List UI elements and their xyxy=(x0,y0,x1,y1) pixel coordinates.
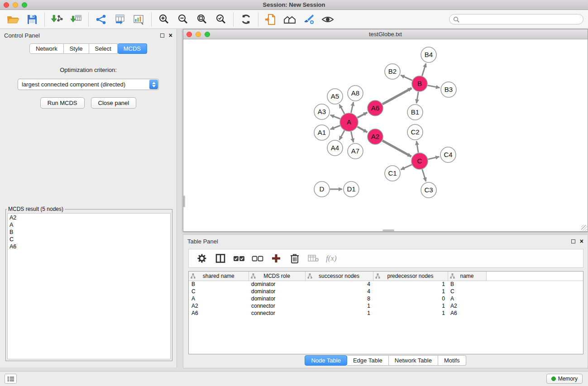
graph-node-D1[interactable]: D1 xyxy=(344,181,359,197)
result-item[interactable]: B xyxy=(10,229,168,236)
show-all-button[interactable] xyxy=(280,11,299,28)
network-zoom-traffic-light[interactable] xyxy=(205,32,210,37)
graph-edge-B-B4[interactable] xyxy=(422,63,426,76)
graph-node-C2[interactable]: C2 xyxy=(407,124,423,140)
table-row[interactable]: Bdominator41B xyxy=(189,281,583,288)
cell[interactable]: connector xyxy=(249,302,305,310)
graph-node-C1[interactable]: C1 xyxy=(385,166,400,181)
cell[interactable]: 1 xyxy=(373,281,448,288)
task-history-button[interactable] xyxy=(5,374,17,384)
cell[interactable]: A6 xyxy=(448,310,486,317)
tab-network-table[interactable]: Network Table xyxy=(389,355,438,366)
new-network-button[interactable] xyxy=(91,11,110,28)
table-close-panel-icon[interactable]: × xyxy=(580,238,583,244)
table-settings-button[interactable] xyxy=(194,251,210,266)
network-graph[interactable]: B4B2BB3A8A5A6A3B1AA1C2A2A4A7C4CC1DD1C3 xyxy=(183,39,588,231)
zoom-traffic-light[interactable] xyxy=(22,2,27,8)
graph-node-B3[interactable]: B3 xyxy=(441,82,456,97)
close-traffic-light[interactable] xyxy=(4,2,9,8)
open-recent-button[interactable] xyxy=(261,11,280,28)
show-hide-button[interactable] xyxy=(318,11,337,28)
zoom-in-button[interactable] xyxy=(154,11,173,28)
open-session-button[interactable] xyxy=(4,11,23,28)
graph-node-C[interactable]: C xyxy=(411,153,428,169)
zoom-selected-button[interactable] xyxy=(211,11,230,28)
cell[interactable]: B xyxy=(448,281,486,288)
table-row[interactable]: A2connector11A2 xyxy=(189,302,583,310)
table-row[interactable]: Adominator80A xyxy=(189,295,583,302)
graph-node-B1[interactable]: B1 xyxy=(407,105,423,120)
graph-node-A[interactable]: A xyxy=(340,113,358,131)
graph-node-A7[interactable]: A7 xyxy=(348,143,363,159)
apply-layout-button[interactable] xyxy=(236,11,255,28)
graph-node-A8[interactable]: A8 xyxy=(348,86,363,101)
run-mcds-button[interactable]: Run MCDS xyxy=(40,97,85,109)
graph-node-C3[interactable]: C3 xyxy=(421,182,436,198)
graph-node-A6[interactable]: A6 xyxy=(368,100,383,116)
graph-edge-A-A8[interactable] xyxy=(351,102,354,113)
graph-edge-C-C2[interactable] xyxy=(416,141,418,152)
result-item[interactable]: A xyxy=(10,221,168,229)
add-column-button[interactable] xyxy=(268,251,284,266)
graph-edge-A2-C[interactable] xyxy=(382,141,411,157)
graph-node-A2[interactable]: A2 xyxy=(368,129,383,144)
cell[interactable]: 1 xyxy=(305,310,373,317)
graph-edge-A-A1[interactable] xyxy=(330,126,340,129)
deselect-all-button[interactable] xyxy=(250,251,265,266)
tab-network[interactable]: Network xyxy=(29,43,64,54)
graph-edge-C-C3[interactable] xyxy=(422,169,426,181)
graph-node-A5[interactable]: A5 xyxy=(327,89,343,104)
graph-edge-B-B1[interactable] xyxy=(416,92,418,103)
cell[interactable]: dominator xyxy=(249,295,305,302)
cell[interactable]: C xyxy=(189,288,249,295)
clone-network-button[interactable] xyxy=(110,11,129,28)
cell[interactable]: 1 xyxy=(373,310,448,317)
zoom-out-button[interactable] xyxy=(173,11,192,28)
export-image-button[interactable] xyxy=(129,11,148,28)
graph-node-B2[interactable]: B2 xyxy=(385,64,400,79)
tab-motifs[interactable]: Motifs xyxy=(438,355,466,366)
graph-node-A4[interactable]: A4 xyxy=(327,140,343,156)
result-item[interactable]: A2 xyxy=(10,214,168,221)
graph-edge-A-A3[interactable] xyxy=(330,115,340,119)
result-item[interactable]: A6 xyxy=(10,243,168,250)
graph-node-A3[interactable]: A3 xyxy=(314,104,330,119)
network-canvas[interactable]: B4B2BB3A8A5A6A3B1AA1C2A2A4A7C4CC1DD1C3 xyxy=(183,39,588,231)
column-header-name[interactable]: name xyxy=(448,272,486,281)
graph-edge-C-C1[interactable] xyxy=(401,165,412,170)
vertical-scrollbar-thumb[interactable] xyxy=(183,195,185,207)
graph-node-A1[interactable]: A1 xyxy=(314,125,330,140)
cell[interactable]: 4 xyxy=(305,288,373,295)
column-header-MCDS-role[interactable]: MCDS role xyxy=(249,272,305,281)
resize-grip[interactable] xyxy=(581,225,587,231)
cell[interactable]: 1 xyxy=(373,302,448,310)
horizontal-scrollbar-thumb[interactable] xyxy=(382,229,394,231)
cell[interactable]: A xyxy=(189,295,249,302)
network-minimize-traffic-light[interactable] xyxy=(196,32,201,37)
column-header-successor-nodes[interactable]: successor nodes xyxy=(305,272,373,281)
import-network-button[interactable] xyxy=(48,11,67,28)
cell[interactable]: B xyxy=(189,281,249,288)
cell[interactable]: C xyxy=(448,288,486,295)
optimization-criterion-select[interactable]: largest connected component (directed) xyxy=(18,79,159,90)
style-painter-button[interactable] xyxy=(299,11,318,28)
cell[interactable]: connector xyxy=(249,310,305,317)
column-header-predecessor-nodes[interactable]: predecessor nodes xyxy=(373,272,448,281)
cell[interactable]: A2 xyxy=(448,302,486,310)
graph-edge-B-B3[interactable] xyxy=(428,86,440,88)
function-builder-button[interactable]: f(x) xyxy=(326,254,337,263)
tab-node-table[interactable]: Node Table xyxy=(305,355,347,366)
minimize-traffic-light[interactable] xyxy=(13,2,18,8)
tab-mcds[interactable]: MCDS xyxy=(118,43,147,54)
float-panel-icon[interactable] xyxy=(160,33,164,38)
cell[interactable]: 1 xyxy=(305,302,373,310)
delete-table-button[interactable] xyxy=(306,251,321,266)
table-row[interactable]: A6connector11A6 xyxy=(189,310,583,317)
cell[interactable]: 1 xyxy=(373,288,448,295)
tab-edge-table[interactable]: Edge Table xyxy=(347,355,389,366)
delete-columns-button[interactable] xyxy=(287,251,302,266)
graph-edge-A-A4[interactable] xyxy=(339,130,344,140)
graph-edge-B-B2[interactable] xyxy=(401,75,412,80)
tab-select[interactable]: Select xyxy=(89,43,118,54)
graph-edge-A-A7[interactable] xyxy=(351,132,354,143)
